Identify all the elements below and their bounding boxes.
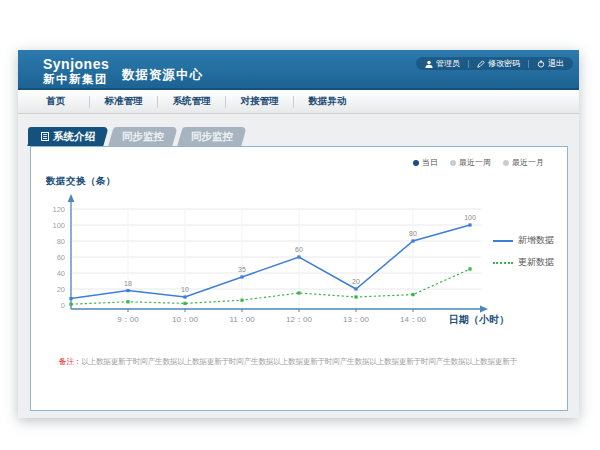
- logout-label: 退出: [548, 58, 564, 69]
- svg-text:0: 0: [61, 301, 65, 310]
- svg-text:20: 20: [57, 285, 65, 294]
- svg-text:35: 35: [238, 266, 246, 273]
- svg-text:80: 80: [57, 237, 65, 246]
- svg-text:40: 40: [57, 269, 65, 278]
- footer-note: 备注：以上数据更新于时间产生数据以上数据更新于时间产生数据以上数据更新于时间产生…: [59, 357, 517, 367]
- svg-text:10：00: 10：00: [172, 315, 198, 324]
- page-title: 数据资源中心: [122, 67, 203, 84]
- user-icon: [425, 60, 433, 68]
- user-toolbar: 管理员 修改密码 退出: [416, 57, 573, 70]
- logout-button[interactable]: 退出: [537, 58, 564, 69]
- svg-text:120: 120: [52, 205, 65, 214]
- svg-text:9：00: 9：00: [117, 315, 139, 324]
- divider: [528, 60, 529, 68]
- radio-icon: [450, 160, 456, 166]
- note-prefix: 备注：: [59, 357, 81, 366]
- svg-text:13：00: 13：00: [343, 315, 369, 324]
- logo-text: Synjones: [43, 56, 109, 73]
- radio-last-week[interactable]: 最近一周: [450, 157, 491, 168]
- svg-text:60: 60: [295, 246, 303, 253]
- legend-item-new-data[interactable]: 新增数据: [493, 234, 554, 247]
- svg-text:10: 10: [181, 286, 189, 293]
- line-chart: 0204060801001209：0010：0011：0012：0013：001…: [31, 191, 569, 341]
- svg-text:60: 60: [57, 253, 65, 262]
- legend-line-green: [493, 262, 513, 264]
- nav-item-data-change[interactable]: 数据异动: [294, 95, 361, 108]
- change-password-label: 修改密码: [488, 58, 520, 69]
- nav-item-system[interactable]: 系统管理: [158, 95, 225, 108]
- main-nav: 首页 标准管理 系统管理 对接管理 数据异动: [18, 90, 579, 114]
- svg-text:12：00: 12：00: [286, 315, 312, 324]
- note-text: 以上数据更新于时间产生数据以上数据更新于时间产生数据以上数据更新于时间产生数据以…: [81, 357, 517, 366]
- nav-item-interface[interactable]: 对接管理: [226, 95, 293, 108]
- radio-label: 最近一周: [459, 157, 491, 168]
- app-window: Synjones 新中新集团 数据资源中心 管理员 修改密码 退出 首页 标准管…: [18, 50, 579, 418]
- tab-sync-monitor-2[interactable]: 同步监控: [180, 127, 244, 146]
- radio-icon: [503, 160, 509, 166]
- svg-text:100: 100: [52, 221, 65, 230]
- document-icon: [41, 132, 49, 141]
- logo-subtext: 新中新集团: [43, 73, 109, 87]
- logo: Synjones 新中新集团: [43, 56, 109, 87]
- tab-label: 同步监控: [191, 127, 233, 146]
- power-icon: [537, 60, 545, 68]
- header: Synjones 新中新集团 数据资源中心 管理员 修改密码 退出: [18, 50, 579, 90]
- tab-sync-monitor-1[interactable]: 同步监控: [111, 127, 175, 146]
- time-range-filter: 当日 最近一周 最近一月: [413, 157, 544, 168]
- legend-label: 新增数据: [518, 234, 554, 247]
- user-menu[interactable]: 管理员: [425, 58, 460, 69]
- legend-label: 更新数据: [518, 256, 554, 269]
- svg-text:18: 18: [124, 280, 132, 287]
- svg-text:20: 20: [352, 278, 360, 285]
- svg-text:11：00: 11：00: [229, 315, 255, 324]
- nav-item-standard[interactable]: 标准管理: [90, 95, 157, 108]
- user-label: 管理员: [436, 58, 460, 69]
- nav-item-home[interactable]: 首页: [22, 95, 89, 108]
- tab-label: 系统介绍: [53, 127, 95, 146]
- svg-text:14：00: 14：00: [400, 315, 426, 324]
- tab-bar: 系统介绍 同步监控 同步监控: [30, 127, 249, 146]
- svg-text:80: 80: [409, 230, 417, 237]
- svg-text:100: 100: [464, 214, 476, 221]
- chart-legend: 新增数据 更新数据: [493, 234, 554, 278]
- legend-line-blue: [493, 240, 513, 242]
- change-password-button[interactable]: 修改密码: [477, 58, 520, 69]
- radio-label: 当日: [422, 157, 438, 168]
- radio-last-month[interactable]: 最近一月: [503, 157, 544, 168]
- tab-panel: 当日 最近一周 最近一月 数据交换（条） 0204060801001209：00…: [30, 146, 568, 411]
- tab-system-intro[interactable]: 系统介绍: [30, 127, 106, 146]
- chart-y-title: 数据交换（条）: [46, 175, 116, 188]
- radio-label: 最近一月: [512, 157, 544, 168]
- radio-selected-icon: [413, 160, 419, 166]
- radio-today[interactable]: 当日: [413, 157, 438, 168]
- tab-label: 同步监控: [122, 127, 164, 146]
- svg-text:日期（小时）: 日期（小时）: [449, 314, 509, 325]
- legend-item-updated-data[interactable]: 更新数据: [493, 256, 554, 269]
- divider: [468, 60, 469, 68]
- edit-icon: [477, 60, 485, 68]
